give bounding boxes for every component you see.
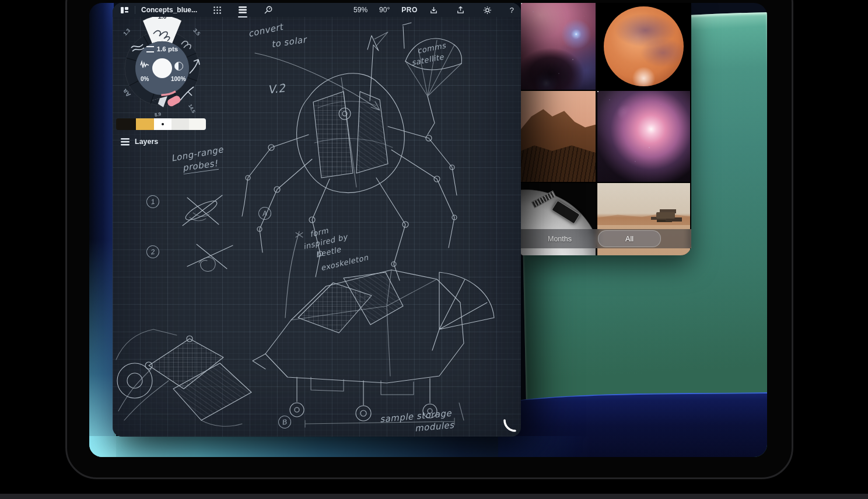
rover-silhouette — [656, 212, 675, 219]
opacity-halfmoon-icon — [174, 62, 183, 71]
pro-badge[interactable]: PRO — [401, 6, 418, 14]
fill-size-label: 8.9 — [154, 111, 162, 118]
stroke-width-icon — [146, 46, 154, 52]
text-tool-label[interactable]: Aa — [121, 87, 132, 99]
photos-app-window: Months All — [521, 3, 691, 255]
concepts-toolbar: Concepts_blue... 59% — [113, 3, 521, 17]
segment-months[interactable]: Months — [548, 235, 572, 243]
sketch-arm-detail — [116, 329, 251, 426]
hamburger-icon — [121, 138, 130, 146]
opacity-value: 100% — [171, 76, 186, 82]
swatch-white-selected[interactable] — [154, 118, 172, 130]
annotation-version: V.2 — [267, 81, 286, 96]
swatch-black[interactable] — [116, 118, 136, 130]
export-share-icon[interactable] — [456, 5, 466, 15]
desk-reflection-strip — [0, 494, 868, 499]
satellite-body — [551, 200, 580, 224]
photo-mars-globe[interactable] — [597, 3, 690, 90]
sketch-probes — [183, 195, 233, 271]
swatch-light-gray[interactable] — [172, 118, 189, 130]
ipad-device-frame: Months All — [65, 0, 793, 479]
swatch-off-white[interactable] — [189, 118, 206, 130]
satellite-solar-panel — [531, 191, 556, 208]
zoom-level-readout[interactable]: 59% — [354, 6, 368, 14]
sketch-comms-satellite — [402, 23, 462, 135]
layers-button[interactable]: Layers — [121, 138, 158, 146]
photos-zoom-segmented-control: Months All — [521, 229, 691, 248]
photo-mars-surface-ridge[interactable] — [521, 91, 596, 182]
color-palette-strip — [116, 118, 206, 130]
layers-stack-icon[interactable] — [238, 5, 247, 15]
pen-mode-icon[interactable] — [264, 5, 273, 15]
sketch-lander-side — [253, 270, 494, 427]
mars-planet-image — [604, 6, 684, 86]
gallery-icon[interactable] — [120, 5, 129, 15]
photo-horsehead-nebula[interactable] — [521, 3, 596, 90]
settings-gear-icon[interactable] — [483, 5, 492, 15]
screenshot-stage: Months All — [0, 0, 868, 499]
concepts-app-window: convert to solar comms satellite V.2 Lon… — [113, 3, 521, 437]
smoothing-value: 0% — [141, 76, 149, 82]
wheel-center-button[interactable] — [152, 58, 172, 78]
help-icon[interactable]: ? — [510, 6, 514, 15]
swatch-yellow[interactable] — [136, 118, 154, 130]
ipad-screen: Months All — [89, 3, 767, 457]
stroke-width-label: 1.6 pts — [113, 45, 222, 52]
photo-orion-nebula[interactable] — [597, 91, 690, 182]
window-resize-handle[interactable] — [503, 419, 517, 433]
rotation-readout[interactable]: 90° — [379, 6, 390, 14]
precision-grid-icon[interactable] — [212, 5, 222, 15]
document-title[interactable]: Concepts_blue... — [135, 6, 197, 14]
import-icon[interactable] — [429, 5, 439, 15]
segment-all-selected[interactable]: All — [598, 230, 661, 247]
brush-tool-wheel[interactable]: Aa 1.6 1.3 3.5 14.5 8.9 1.6 pts — [113, 8, 222, 128]
layers-label: Layers — [135, 138, 158, 146]
wallpaper-cyan-glow — [89, 436, 767, 457]
